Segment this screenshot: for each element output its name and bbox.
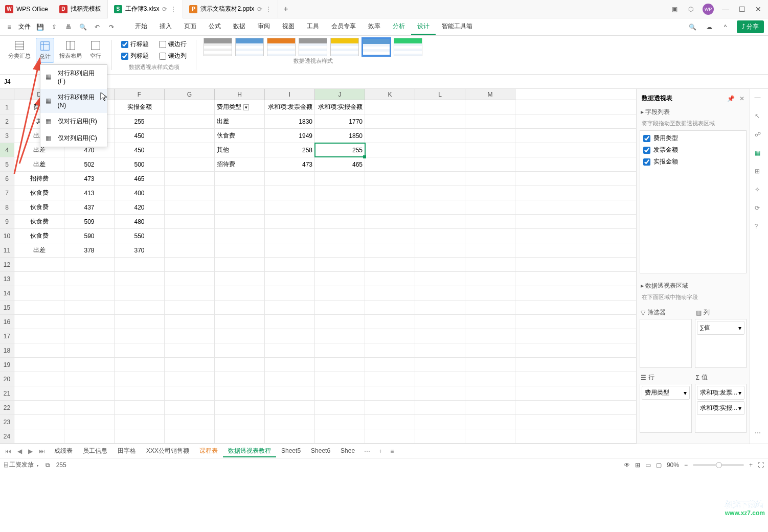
column-area[interactable]: ∑值▾ [695, 319, 747, 368]
cell[interactable] [265, 172, 315, 186]
cell[interactable] [365, 329, 415, 343]
cube-icon[interactable]: ⬡ [686, 5, 695, 14]
cell[interactable] [415, 172, 465, 186]
cell[interactable] [265, 415, 315, 429]
cell[interactable]: 450 [115, 143, 165, 157]
cell[interactable]: 255 [315, 143, 365, 157]
style-option[interactable] [394, 38, 422, 56]
cell[interactable] [215, 401, 265, 414]
cell[interactable] [315, 186, 365, 200]
attr-icon[interactable]: ⊞ [755, 168, 764, 177]
print-icon[interactable]: 🖶 [63, 22, 74, 32]
cell[interactable] [465, 243, 515, 257]
minimize-rail-icon[interactable]: — [755, 94, 764, 103]
row-header[interactable]: 23 [0, 415, 14, 429]
minimize-button[interactable]: — [721, 5, 730, 14]
select-all-corner[interactable] [0, 89, 14, 100]
fullscreen-icon[interactable]: ⛶ [758, 461, 764, 469]
cell[interactable] [165, 315, 215, 329]
cell[interactable] [265, 258, 315, 271]
cell[interactable] [115, 300, 165, 314]
row-header[interactable]: 7 [0, 186, 14, 200]
style-option[interactable] [330, 38, 359, 56]
cell[interactable] [415, 186, 465, 200]
cell[interactable] [215, 186, 265, 200]
sheet-tab[interactable]: 数据透视表教程 [223, 445, 276, 457]
tab-presentation[interactable]: P 演示文稿素材2.pptx ⟳ ⋮ [183, 0, 278, 18]
col-header[interactable]: M [465, 89, 515, 100]
cell[interactable] [415, 415, 465, 429]
col-header[interactable]: I [265, 89, 315, 100]
cell[interactable] [415, 429, 465, 443]
cell[interactable] [465, 429, 515, 443]
reading-view-icon[interactable]: ▭ [645, 461, 651, 469]
cell[interactable] [14, 329, 64, 343]
cell[interactable] [315, 286, 365, 300]
cell[interactable] [415, 100, 465, 114]
banded-row-checkbox[interactable]: 镶边行 [159, 40, 187, 49]
sheet-tab[interactable]: XXX公司销售额 [141, 445, 194, 456]
row-header[interactable]: 16 [0, 315, 14, 329]
row-header[interactable]: 11 [0, 243, 14, 257]
field-item[interactable]: 费用类型 [643, 134, 743, 143]
sheet-tab[interactable]: Sheet6 [306, 445, 335, 456]
cell[interactable] [315, 229, 365, 243]
tab-workbook[interactable]: S 工作簿3.xlsx ⟳ ⋮ [108, 0, 184, 18]
cell[interactable] [365, 429, 415, 443]
cell[interactable] [64, 415, 115, 429]
cell[interactable] [215, 372, 265, 386]
cell[interactable] [14, 300, 64, 314]
cell[interactable] [165, 401, 215, 414]
cell[interactable] [415, 272, 465, 286]
cell[interactable] [165, 114, 215, 128]
cell[interactable]: 招待费 [14, 172, 64, 186]
cell[interactable] [365, 386, 415, 400]
cell[interactable] [115, 372, 165, 386]
row-header[interactable]: 1 [0, 100, 14, 114]
menu-tab-开始[interactable]: 开始 [129, 19, 153, 35]
tab-sync-icon[interactable]: ⟳ [162, 6, 167, 13]
cell[interactable] [365, 415, 415, 429]
menu-tab-视图[interactable]: 视图 [276, 19, 301, 35]
cell[interactable] [265, 372, 315, 386]
field-item[interactable]: 发票金额 [643, 146, 743, 154]
cell[interactable] [14, 415, 64, 429]
cell[interactable] [465, 100, 515, 114]
cell[interactable] [215, 386, 265, 400]
more-icon[interactable]: ⋯ [755, 429, 764, 438]
cell[interactable] [465, 315, 515, 329]
cell[interactable] [165, 300, 215, 314]
cell[interactable]: 求和项:实报金额 [315, 100, 365, 114]
menu-tab-审阅[interactable]: 审阅 [252, 19, 276, 35]
avatar[interactable]: WP [703, 4, 714, 15]
cell[interactable] [465, 229, 515, 243]
cell[interactable] [415, 329, 465, 343]
search-icon[interactable]: 🔍 [688, 22, 698, 32]
row-header[interactable]: 22 [0, 401, 14, 414]
row-header[interactable]: 9 [0, 215, 14, 228]
collapse-ribbon-icon[interactable]: ^ [720, 22, 731, 32]
cell[interactable] [215, 358, 265, 372]
cell[interactable] [315, 172, 365, 186]
zoom-out-button[interactable]: − [684, 461, 688, 469]
cell[interactable]: 出差 [215, 114, 265, 128]
cell[interactable] [315, 215, 365, 228]
cell[interactable] [315, 372, 365, 386]
cell[interactable] [165, 429, 215, 443]
cell[interactable] [265, 386, 315, 400]
cell[interactable] [365, 358, 415, 372]
row-header[interactable]: 8 [0, 200, 14, 214]
cell[interactable] [14, 358, 64, 372]
cell[interactable] [265, 329, 315, 343]
row-header[interactable]: 24 [0, 429, 14, 443]
cell[interactable] [215, 343, 265, 357]
cell[interactable] [115, 286, 165, 300]
dropdown-item[interactable]: ▦仅对行启用(R) [40, 113, 107, 130]
cell[interactable] [365, 372, 415, 386]
cell[interactable] [215, 229, 265, 243]
cell[interactable] [465, 401, 515, 414]
cell[interactable] [465, 372, 515, 386]
cell[interactable] [465, 157, 515, 171]
cell[interactable] [365, 243, 415, 257]
cell[interactable]: 502 [64, 157, 115, 171]
